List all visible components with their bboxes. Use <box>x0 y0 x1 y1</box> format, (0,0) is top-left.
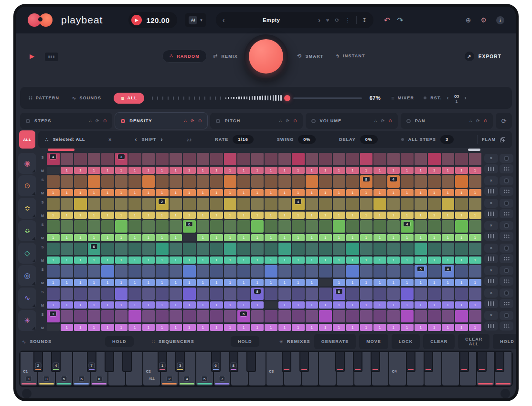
density-cell[interactable] <box>170 198 182 210</box>
mute-x-button[interactable]: × <box>484 154 498 163</box>
density-cell[interactable] <box>251 153 264 165</box>
density-cell[interactable] <box>265 288 277 300</box>
step-cell[interactable]: 1 <box>387 324 400 331</box>
density-cell[interactable] <box>428 243 441 255</box>
step-cell[interactable]: 1 <box>224 301 237 309</box>
step-cell[interactable]: 1 <box>360 301 373 309</box>
step-cell[interactable]: 1 <box>115 256 128 264</box>
density-cell[interactable] <box>115 198 128 210</box>
step-cell[interactable]: 1 <box>387 256 400 264</box>
step-cell[interactable]: 1 <box>401 212 414 219</box>
step-cell[interactable]: 1 <box>428 279 441 286</box>
step-cell[interactable] <box>183 234 196 241</box>
step-cell[interactable]: 1 <box>183 212 196 219</box>
step-cell[interactable]: 1 <box>306 324 319 331</box>
step-cell[interactable]: 1 <box>455 189 468 196</box>
loop-icon[interactable]: ⟳ <box>96 118 99 123</box>
density-cell[interactable] <box>170 175 182 188</box>
step-cell[interactable]: 1 <box>197 167 210 174</box>
step-cell[interactable]: 1 <box>346 324 359 331</box>
density-cell[interactable] <box>237 243 250 255</box>
step-cell[interactable]: 1 <box>210 167 223 174</box>
playhead-position[interactable] <box>48 149 74 151</box>
filter-sliders-button[interactable] <box>484 164 498 173</box>
step-cell[interactable]: 1 <box>74 167 87 174</box>
power-icon[interactable]: ⊙ <box>388 118 392 123</box>
step-cell[interactable]: 1 <box>210 212 223 219</box>
step-cell[interactable]: 1 <box>183 324 196 331</box>
density-cell[interactable]: 4 <box>387 175 400 188</box>
step-cell[interactable] <box>319 279 332 286</box>
density-cell[interactable] <box>401 288 414 300</box>
step-cell[interactable]: 1 <box>469 324 482 331</box>
density-cell[interactable] <box>373 310 386 322</box>
density-slider[interactable] <box>152 95 362 101</box>
step-cell[interactable]: 1 <box>306 212 319 219</box>
density-cell[interactable] <box>346 288 359 300</box>
step-cell[interactable]: 1 <box>333 189 346 196</box>
density-cell[interactable] <box>469 220 482 233</box>
step-cell[interactable]: 1 <box>101 279 114 286</box>
step-cell[interactable]: 1 <box>319 324 332 331</box>
dice-icon[interactable]: ∴ <box>184 118 187 123</box>
step-cell[interactable]: 1 <box>373 301 386 309</box>
density-cell[interactable] <box>156 288 169 300</box>
step-cell[interactable]: 1 <box>292 212 305 219</box>
density-cell[interactable] <box>74 220 87 233</box>
black-key[interactable] <box>406 352 415 372</box>
density-cell[interactable] <box>455 288 468 300</box>
density-cell[interactable] <box>210 288 223 300</box>
filter-sliders-button[interactable] <box>484 254 498 263</box>
redo-button[interactable]: ↷ <box>397 16 403 25</box>
step-cell[interactable]: 1 <box>442 167 455 174</box>
step-cell[interactable]: 1 <box>455 301 468 309</box>
density-cell[interactable] <box>61 153 74 165</box>
step-cell[interactable]: 1 <box>278 212 291 219</box>
density-cell[interactable] <box>442 220 455 233</box>
density-cell[interactable] <box>428 175 441 188</box>
white-key[interactable] <box>442 352 459 385</box>
step-cell[interactable]: 1 <box>101 212 114 219</box>
step-cell[interactable]: 1 <box>156 167 169 174</box>
move-button[interactable]: MOVE <box>359 334 388 349</box>
step-cell[interactable]: 1 <box>387 212 400 219</box>
density-cell[interactable] <box>170 153 182 165</box>
step-cell[interactable]: 1 <box>237 279 250 286</box>
step-cell[interactable]: 1 <box>156 324 169 331</box>
loop-icon[interactable]: ⟳ <box>381 118 385 123</box>
density-cell[interactable] <box>128 288 141 300</box>
density-cell[interactable] <box>224 175 237 188</box>
density-cell[interactable] <box>306 153 319 165</box>
density-cell[interactable] <box>142 310 155 322</box>
delay-value[interactable]: 0% <box>360 135 378 144</box>
step-cell[interactable]: 1 <box>373 212 386 219</box>
density-cell[interactable] <box>401 175 414 188</box>
density-cell[interactable] <box>319 243 332 255</box>
density-cell[interactable] <box>333 310 346 322</box>
step-cell[interactable]: 1 <box>442 234 455 241</box>
bpm-display[interactable]: ▶ 120.00 <box>128 12 177 28</box>
step-cell[interactable]: 1 <box>306 189 319 196</box>
density-cell[interactable] <box>292 243 305 255</box>
track-icon-wave[interactable]: ∿ <box>18 288 36 309</box>
density-cell[interactable] <box>469 310 482 322</box>
black-key[interactable]: 4 <box>51 352 61 372</box>
density-cell[interactable] <box>88 153 101 165</box>
dice-icon[interactable]: ∴ <box>469 118 472 123</box>
density-cell[interactable] <box>346 198 359 210</box>
step-cell[interactable]: 1 <box>401 279 414 286</box>
mute-x-button[interactable]: × <box>484 244 498 253</box>
step-cell[interactable]: 1 <box>306 256 319 264</box>
step-cell[interactable]: 1 <box>360 212 373 219</box>
step-cell[interactable]: 1 <box>333 212 346 219</box>
step-cell[interactable]: 1 <box>415 256 427 264</box>
density-cell[interactable] <box>415 198 427 210</box>
density-cell[interactable] <box>128 220 141 233</box>
density-cell[interactable] <box>251 265 264 278</box>
step-cell[interactable]: 1 <box>292 234 305 241</box>
drag-dots-button[interactable] <box>500 254 513 263</box>
drum-pad-button[interactable] <box>500 176 513 185</box>
step-cell[interactable]: 1 <box>346 279 359 286</box>
density-cell[interactable] <box>306 265 319 278</box>
step-cell[interactable]: 1 <box>128 279 141 286</box>
